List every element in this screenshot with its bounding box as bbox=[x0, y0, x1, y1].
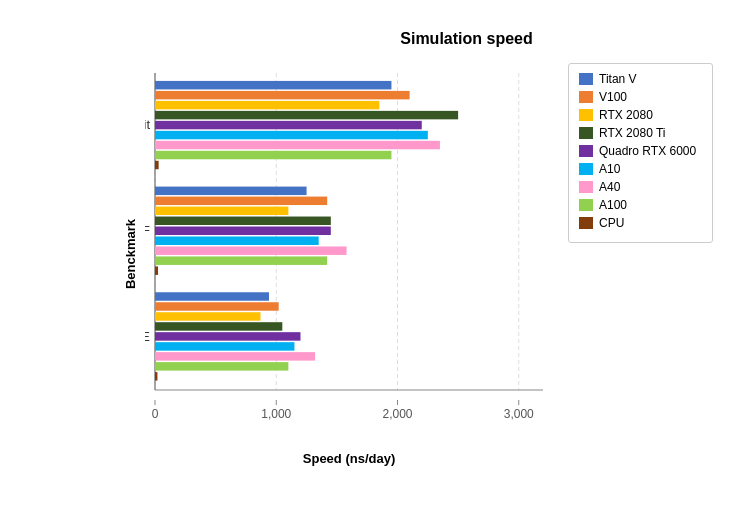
legend-item: A40 bbox=[579, 180, 702, 194]
chart-svg: ImplicitExplicit-RFExplicit-PME bbox=[145, 63, 553, 400]
bar bbox=[155, 151, 391, 159]
bar bbox=[155, 197, 327, 205]
bar bbox=[155, 302, 279, 310]
bar bbox=[155, 342, 294, 350]
legend-label: A10 bbox=[599, 162, 620, 176]
legend-color bbox=[579, 109, 593, 121]
chart-container: Simulation speed Benckmark ImplicitExpli… bbox=[0, 0, 733, 517]
legend-color bbox=[579, 73, 593, 85]
bar bbox=[155, 141, 440, 149]
bar bbox=[155, 246, 347, 254]
benchmark-label: Explicit-RF bbox=[145, 223, 150, 238]
legend-color bbox=[579, 91, 593, 103]
svg-text:0: 0 bbox=[152, 407, 159, 421]
legend-color bbox=[579, 217, 593, 229]
legend-item: RTX 2080 bbox=[579, 108, 702, 122]
legend-color bbox=[579, 199, 593, 211]
legend-item: V100 bbox=[579, 90, 702, 104]
benchmark-label: Explicit-PME bbox=[145, 329, 150, 344]
benchmark-label: Implicit bbox=[145, 117, 150, 132]
legend-item: Titan V bbox=[579, 72, 702, 86]
bar bbox=[155, 91, 410, 99]
legend-item: A100 bbox=[579, 198, 702, 212]
bar bbox=[155, 161, 159, 169]
x-axis-svg: 01,0002,0003,000 bbox=[145, 400, 553, 445]
bar bbox=[155, 131, 428, 139]
plot-area: ImplicitExplicit-RFExplicit-PME bbox=[145, 63, 553, 400]
bar bbox=[155, 187, 307, 195]
bar bbox=[155, 312, 260, 320]
legend: Titan VV100RTX 2080RTX 2080 TiQuadro RTX… bbox=[568, 63, 713, 243]
legend-label: RTX 2080 bbox=[599, 108, 653, 122]
legend-label: Titan V bbox=[599, 72, 637, 86]
bar bbox=[155, 101, 379, 109]
legend-label: Quadro RTX 6000 bbox=[599, 144, 696, 158]
bar bbox=[155, 322, 282, 330]
bar bbox=[155, 207, 288, 215]
bar bbox=[155, 227, 331, 235]
x-axis: 01,0002,0003,000 Speed (ns/day) bbox=[145, 400, 553, 445]
legend-label: V100 bbox=[599, 90, 627, 104]
bar bbox=[155, 236, 319, 244]
legend-color bbox=[579, 163, 593, 175]
bar bbox=[155, 81, 391, 89]
bar bbox=[155, 256, 327, 264]
legend-color bbox=[579, 181, 593, 193]
bar bbox=[155, 111, 458, 119]
chart-title: Simulation speed bbox=[220, 30, 713, 48]
bar bbox=[155, 266, 158, 274]
bar bbox=[155, 352, 315, 360]
bar bbox=[155, 217, 331, 225]
bar bbox=[155, 362, 288, 370]
legend-label: A100 bbox=[599, 198, 627, 212]
svg-text:3,000: 3,000 bbox=[504, 407, 534, 421]
svg-text:2,000: 2,000 bbox=[382, 407, 412, 421]
svg-text:1,000: 1,000 bbox=[261, 407, 291, 421]
x-axis-label: Speed (ns/day) bbox=[303, 451, 395, 466]
legend-label: A40 bbox=[599, 180, 620, 194]
bar bbox=[155, 332, 301, 340]
legend-item: A10 bbox=[579, 162, 702, 176]
bar bbox=[155, 372, 157, 380]
bar bbox=[155, 292, 269, 300]
y-axis-label: Benckmark bbox=[123, 219, 138, 289]
legend-color bbox=[579, 145, 593, 157]
legend-label: RTX 2080 Ti bbox=[599, 126, 665, 140]
legend-item: Quadro RTX 6000 bbox=[579, 144, 702, 158]
legend-item: CPU bbox=[579, 216, 702, 230]
legend-item: RTX 2080 Ti bbox=[579, 126, 702, 140]
legend-color bbox=[579, 127, 593, 139]
legend-label: CPU bbox=[599, 216, 624, 230]
bar bbox=[155, 121, 422, 129]
